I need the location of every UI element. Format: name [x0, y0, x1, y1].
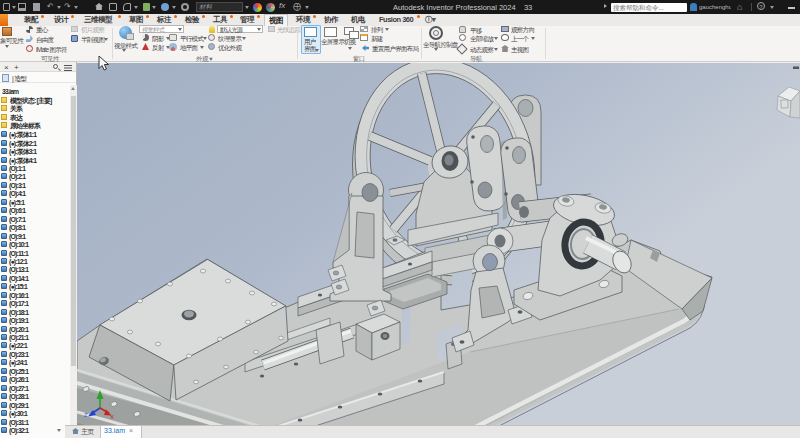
svg-text:Z: Z: [84, 412, 88, 418]
svg-text:X: X: [110, 414, 114, 420]
